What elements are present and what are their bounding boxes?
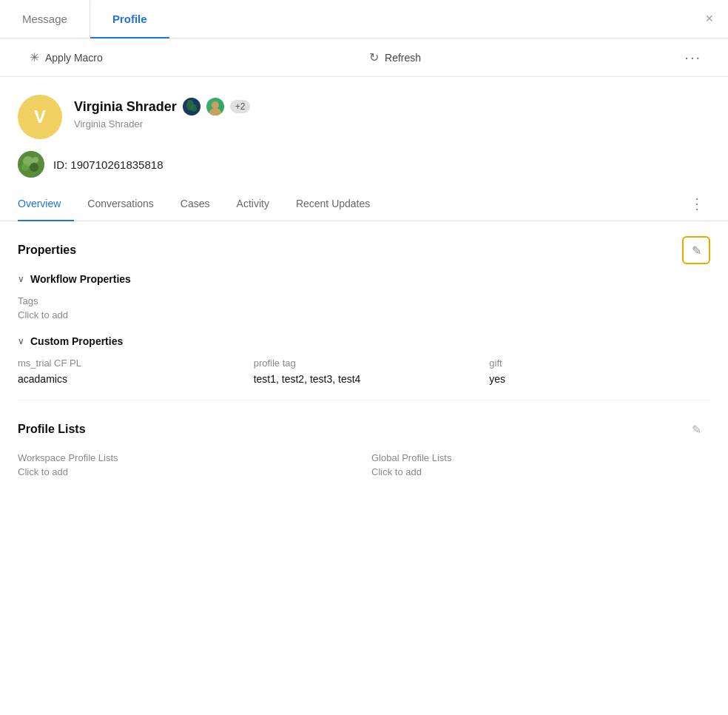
vertical-dots-icon: ⋮ bbox=[690, 195, 704, 212]
custom-properties-subsection: ∨ Custom Properties ms_trial CF PL profi… bbox=[18, 335, 710, 385]
tab-message[interactable]: Message bbox=[0, 1, 90, 38]
custom-prop-value-2: yes bbox=[489, 373, 710, 385]
avatar-mini-2 bbox=[206, 98, 224, 115]
nav-tab-recent-updates[interactable]: Recent Updates bbox=[283, 187, 383, 221]
workspace-profile-lists-value[interactable]: Click to add bbox=[18, 466, 357, 477]
custom-prop-value-0: acadamics bbox=[18, 373, 239, 385]
profile-header: V Virginia Shrader bbox=[0, 77, 728, 187]
tags-label: Tags bbox=[18, 295, 710, 306]
profile-lists-edit-button[interactable]: ✎ bbox=[682, 415, 710, 443]
profile-lists-grid: Workspace Profile Lists Click to add Glo… bbox=[18, 452, 710, 477]
profile-name: Virginia Shrader bbox=[74, 99, 177, 115]
profile-id-text: ID: 190710261835818 bbox=[53, 158, 163, 171]
profile-id-avatar bbox=[18, 151, 44, 178]
profile-name-row: Virginia Shrader +2 bbox=[74, 98, 710, 115]
tags-value[interactable]: Click to add bbox=[18, 309, 710, 320]
workflow-properties-subsection: ∨ Workflow Properties Tags Click to add bbox=[18, 273, 710, 320]
profile-subtitle: Virginia Shrader bbox=[74, 118, 710, 130]
custom-props-grid: ms_trial CF PL profile tag gift acadamic… bbox=[18, 358, 710, 385]
refresh-button[interactable]: ↻ Refresh bbox=[354, 44, 436, 70]
svg-point-3 bbox=[212, 101, 219, 109]
custom-prop-label-1: profile tag bbox=[254, 358, 475, 369]
edit-pencil-icon: ✎ bbox=[692, 244, 701, 258]
custom-chevron-icon: ∨ bbox=[18, 336, 24, 346]
profile-lists-section: Profile Lists ✎ Workspace Profile Lists … bbox=[18, 400, 710, 477]
svg-point-8 bbox=[21, 164, 29, 171]
toolbar: ✳ Apply Macro ↻ Refresh ··· bbox=[0, 38, 728, 77]
nav-tab-overview[interactable]: Overview bbox=[18, 187, 74, 221]
profile-lists-edit-icon: ✎ bbox=[692, 423, 701, 437]
apply-macro-button[interactable]: ✳ Apply Macro bbox=[15, 44, 118, 70]
global-profile-lists-value[interactable]: Click to add bbox=[371, 466, 710, 477]
properties-title: Properties bbox=[18, 244, 76, 257]
nav-tab-activity[interactable]: Activity bbox=[223, 187, 283, 221]
profile-lists-header: Profile Lists ✎ bbox=[18, 400, 710, 452]
content-area: Properties ✎ ∨ Workflow Properties Tags … bbox=[0, 221, 728, 495]
profile-id-row: ID: 190710261835818 bbox=[18, 151, 710, 178]
svg-point-2 bbox=[191, 104, 197, 112]
nav-tabs: Overview Conversations Cases Activity Re… bbox=[0, 187, 728, 221]
custom-prop-label-0: ms_trial CF PL bbox=[18, 358, 239, 369]
svg-point-4 bbox=[209, 108, 221, 115]
nav-tab-cases[interactable]: Cases bbox=[167, 187, 223, 221]
workspace-profile-lists-label: Workspace Profile Lists Click to add bbox=[18, 452, 357, 477]
avatar-mini-1 bbox=[183, 98, 200, 115]
close-button[interactable]: × bbox=[690, 0, 728, 38]
workflow-properties-header[interactable]: ∨ Workflow Properties bbox=[18, 273, 710, 285]
more-dots-icon: ··· bbox=[684, 49, 701, 66]
more-options-button[interactable]: ··· bbox=[673, 43, 713, 72]
custom-prop-value-1: test1, test2, test3, test4 bbox=[254, 373, 475, 385]
properties-section-header: Properties ✎ bbox=[18, 221, 710, 273]
custom-prop-label-2: gift bbox=[489, 358, 710, 369]
tab-profile[interactable]: Profile bbox=[90, 1, 169, 38]
avatar: V bbox=[18, 95, 62, 139]
nav-tab-more-button[interactable]: ⋮ bbox=[684, 189, 710, 218]
custom-properties-header[interactable]: ∨ Custom Properties bbox=[18, 335, 710, 347]
custom-properties-title: Custom Properties bbox=[30, 335, 123, 347]
macro-icon: ✳ bbox=[30, 50, 39, 64]
tab-bar: Message Profile × bbox=[0, 0, 728, 38]
profile-main: V Virginia Shrader bbox=[18, 95, 710, 139]
tab-spacer bbox=[169, 0, 691, 38]
profile-lists-title: Profile Lists bbox=[18, 423, 86, 436]
nav-tab-conversations[interactable]: Conversations bbox=[74, 187, 167, 221]
profile-info: Virginia Shrader +2 Virgi bbox=[74, 95, 710, 130]
workflow-chevron-icon: ∨ bbox=[18, 274, 24, 284]
tags-field: Tags Click to add bbox=[18, 295, 710, 320]
plus-badge: +2 bbox=[230, 100, 251, 113]
svg-point-9 bbox=[33, 157, 38, 163]
svg-point-7 bbox=[30, 163, 38, 172]
global-profile-lists-label: Global Profile Lists Click to add bbox=[371, 452, 710, 477]
refresh-icon: ↻ bbox=[369, 50, 379, 64]
workflow-properties-title: Workflow Properties bbox=[30, 273, 131, 285]
properties-edit-button[interactable]: ✎ bbox=[682, 236, 710, 264]
